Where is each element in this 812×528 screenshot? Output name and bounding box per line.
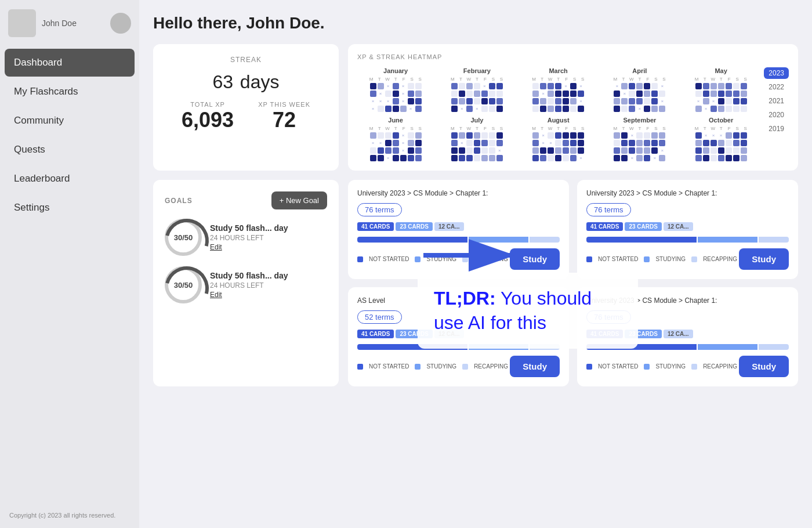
fc-study-btn-3[interactable]: Study [739, 356, 789, 377]
heatmap-month-june: June MTWTFSS ×××××× [357, 117, 434, 161]
fc-progress-bar-1 [586, 237, 789, 243]
heatmap-month-july: July MTWTFSS ×× [438, 117, 515, 161]
streak-card: STREAK 63 days TOTAL XP 6,093 XP THIS WE… [153, 44, 339, 171]
page-title: Hello there, John Doe. [153, 14, 798, 32]
fc-bar-ns-1 [586, 237, 697, 243]
goal-name-2: Study 50 flash... day [210, 271, 288, 280]
year-2019-btn[interactable]: 2019 [764, 123, 789, 135]
fc-legend-3: NOT STARTED STUDYING RECAPPING [586, 363, 737, 370]
fc-legend-dot-ns-2 [357, 364, 363, 370]
fc-legend-ns-1: NOT STARTED [598, 256, 638, 262]
fc-bar-rc-0 [530, 237, 560, 243]
xp-week-item: XP THIS WEEK 72 [258, 101, 310, 132]
flashcard-item-3: University 2023 > CS Module > Chapter 1:… [577, 287, 798, 386]
fc-terms-0: 76 terms [357, 203, 402, 216]
fc-terms-1: 76 terms [586, 203, 631, 216]
heatmap-month-march: March MTWTFSS ×××× [520, 67, 597, 112]
xp-week-label: XP THIS WEEK [258, 101, 310, 108]
fc-study-btn-0[interactable]: Study [510, 248, 560, 270]
fc-bar-st-3 [698, 344, 758, 350]
fc-ns-count-1: 41 CARDS [586, 222, 623, 231]
goal-info-1: Study 50 flash... day 24 HOURS LEFT Edit [210, 223, 288, 251]
goal-time-1: 24 HOURS LEFT [210, 234, 288, 242]
fc-legend-1: NOT STARTED STUDYING RECAPPING [586, 256, 737, 262]
fc-legend-dot-rc-0 [462, 256, 468, 262]
flashcard-item-2: AS Level 52 terms 41 CARDS 23 CARDS 12 C… [348, 287, 569, 386]
heatmap-title: XP & STREAK HEATMAP [357, 53, 789, 60]
year-2023-btn[interactable]: 2023 [764, 67, 789, 79]
fc-bar-rc-1 [759, 237, 789, 243]
goals-title: GOALS [165, 197, 193, 205]
heatmap-month-january: January MTWTFSS ×××××××××× [357, 67, 434, 112]
fc-legend-dot-ns-1 [586, 256, 592, 262]
goal-time-2: 24 HOURS LEFT [210, 281, 288, 290]
fc-bar-ns-2 [357, 344, 467, 350]
year-2021-btn[interactable]: 2021 [764, 95, 789, 107]
fc-legend-dot-ns-0 [357, 256, 363, 262]
streak-number: 63 [213, 71, 234, 92]
fc-bar-ns-0 [357, 237, 467, 243]
sidebar-item-community[interactable]: Community [5, 107, 135, 135]
fc-cards-row-1: 41 CARDS 23 CARDS 12 CA... [586, 222, 789, 231]
sidebar-item-settings[interactable]: Settings [5, 194, 135, 222]
year-2020-btn[interactable]: 2020 [764, 109, 789, 121]
fc-bar-rc-3 [759, 344, 789, 350]
fc-legend-rc-3: RECAPPING [703, 363, 737, 370]
fc-study-btn-1[interactable]: Study [739, 248, 789, 270]
fc-study-btn-2[interactable]: Study [510, 356, 560, 377]
fc-breadcrumb-1: University 2023 > CS Module > Chapter 1: [586, 189, 789, 197]
goal-item-1: 30/50 Study 50 flash... day 24 HOURS LEF… [165, 219, 327, 256]
top-row: STREAK 63 days TOTAL XP 6,093 XP THIS WE… [153, 44, 798, 171]
fc-breadcrumb-3: University 2023 > CS Module > Chapter 1: [586, 296, 789, 305]
total-xp-label: TOTAL XP [182, 101, 234, 108]
fc-bar-ns-3 [586, 344, 697, 350]
fc-breadcrumb-0: University 2023 > CS Module > Chapter 1: [357, 189, 560, 197]
flashcard-item-0: University 2023 > CS Module > Chapter 1:… [348, 180, 569, 279]
fc-bottom-row-3: NOT STARTED STUDYING RECAPPING Study [586, 356, 789, 377]
streak-value: 63 days [169, 66, 322, 94]
fc-ns-count-3: 41 CARDS [586, 330, 623, 338]
fc-legend-dot-st-3 [644, 364, 650, 370]
fc-bottom-row-0: NOT STARTED STUDYING RECAPPING Study [357, 248, 560, 270]
goal-edit-2[interactable]: Edit [210, 291, 288, 299]
fc-legend-dot-rc-2 [462, 364, 468, 370]
fc-st-count-1: 23 CARDS [625, 222, 661, 231]
fc-st-count-3: 23 CARDS [625, 330, 661, 338]
fc-bar-st-2 [469, 344, 529, 350]
sidebar-item-quests[interactable]: Quests [5, 136, 135, 164]
fc-legend-st-2: STUDYING [426, 363, 456, 370]
heatmap-month-september: September MTWTFSS ×××× [601, 117, 678, 161]
goal-edit-1[interactable]: Edit [210, 243, 288, 251]
sidebar-nav: Dashboard My Flashcards Community Quests… [0, 46, 139, 224]
fc-progress-bar-0 [357, 237, 560, 243]
total-xp-value: 6,093 [182, 108, 234, 132]
fc-progress-bar-2 [357, 344, 560, 350]
sidebar-item-leaderboard[interactable]: Leaderboard [5, 165, 135, 193]
sidebar-item-dashboard[interactable]: Dashboard [5, 49, 135, 77]
streak-label: STREAK [169, 56, 322, 64]
heatmap-month-february: February MTWTFSS ××× [438, 67, 515, 112]
fc-legend-rc-2: RECAPPING [474, 363, 508, 370]
flashcard-item-1: University 2023 > CS Module > Chapter 1:… [577, 180, 798, 279]
heatmap-month-october: October MTWTFSS ××× [683, 117, 759, 161]
fc-legend-dot-ns-3 [586, 364, 592, 370]
fc-bottom-row-2: NOT STARTED STUDYING RECAPPING Study [357, 356, 560, 377]
middle-row: GOALS + New Goal 30/50 Study 50 flash...… [153, 180, 798, 386]
fc-legend-st-3: STUDYING [655, 363, 686, 370]
xp-row: TOTAL XP 6,093 XP THIS WEEK 72 [169, 101, 322, 132]
fc-breadcrumb-2: AS Level [357, 296, 560, 305]
goal-progress-value-2: 30/50 [174, 281, 193, 290]
streak-unit: days [240, 71, 280, 92]
fc-rc-count-2: 12 CA... [434, 330, 464, 338]
fc-rc-count-1: 12 CA... [664, 222, 693, 231]
goals-header: GOALS + New Goal [165, 191, 327, 209]
new-goal-button[interactable]: + New Goal [271, 191, 327, 209]
heatmap-month-april: April MTWTFSS ××××× [601, 67, 678, 112]
fc-bar-st-0 [469, 237, 529, 243]
heatmap-years: 2023 2022 2021 2020 2019 [764, 67, 789, 135]
fc-rc-count-3: 12 CA... [664, 330, 693, 338]
fc-ns-count-0: 41 CARDS [357, 222, 394, 231]
year-2022-btn[interactable]: 2022 [764, 81, 789, 93]
xp-week-value: 72 [258, 108, 310, 132]
sidebar-item-flashcards[interactable]: My Flashcards [5, 78, 135, 106]
